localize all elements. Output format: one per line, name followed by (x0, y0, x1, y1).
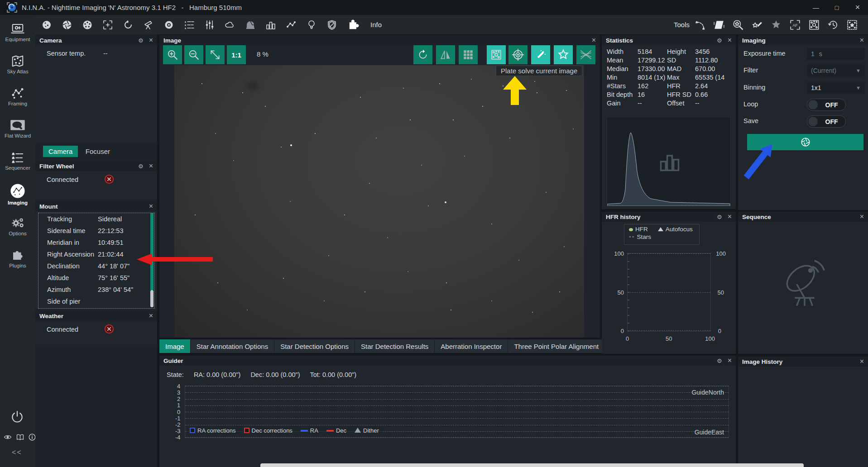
star-search-icon[interactable] (732, 19, 744, 31)
scatter-plot-icon[interactable] (285, 19, 297, 31)
filter-wheel-panel-title: Filter Wheel (39, 163, 74, 170)
filter-wheel-icon[interactable] (82, 19, 93, 31)
info-circle-icon[interactable] (29, 434, 36, 441)
legend-hfr: HFR (635, 226, 648, 233)
crosshair-button[interactable] (508, 45, 528, 64)
close-icon: × (855, 3, 860, 12)
tab-star-detection-results[interactable]: Star Detection Results (355, 339, 435, 353)
dome-icon[interactable] (245, 19, 256, 31)
sidebar-item-plugins[interactable]: Plugins (0, 249, 35, 277)
star-annotation-button[interactable] (487, 45, 506, 64)
sidebar-item-sky-atlas[interactable]: Sky Atlas (0, 55, 35, 83)
star-field-icon[interactable] (846, 19, 858, 31)
hfr-settings-gear-icon[interactable]: ⚙ (717, 214, 722, 220)
bar-chart-icon[interactable] (265, 19, 277, 31)
sidebar-item-sequencer[interactable]: Sequencer (0, 151, 35, 179)
sequence-panel-close-icon[interactable]: × (860, 213, 864, 221)
exposure-time-input[interactable]: 1 s (807, 48, 865, 60)
mount-scrollbar-thumb[interactable] (150, 290, 153, 307)
hfr-chart: 100 50 0 100 50 0 0 50 100 (627, 253, 711, 332)
binning-dropdown[interactable]: 1x1 ▼ (807, 82, 865, 94)
tab-star-annotation-options[interactable]: Star Annotation Options (191, 339, 274, 353)
focuser-icon[interactable] (102, 19, 114, 31)
loop-label: Loop (743, 100, 758, 108)
fit-to-screen-button[interactable] (206, 45, 225, 64)
hfr-y-right-tick: 50 (718, 289, 724, 296)
camera-aperture-icon[interactable] (61, 19, 73, 31)
flat-panel-icon[interactable] (713, 19, 725, 31)
eye-icon[interactable] (4, 434, 12, 440)
switch-sliders-icon[interactable] (204, 19, 216, 31)
manual-book-icon[interactable] (16, 434, 24, 441)
info-label[interactable]: Info (370, 21, 382, 29)
tab-star-detection-options[interactable]: Star Detection Options (274, 339, 355, 353)
collapse-sidebar-button[interactable]: << (12, 448, 22, 457)
guider-panel-close-icon[interactable]: × (728, 357, 732, 365)
rotator-icon[interactable] (122, 19, 134, 31)
maximize-button[interactable]: □ (826, 0, 847, 15)
star-icon[interactable] (770, 19, 782, 31)
flip-horizontal-button[interactable] (436, 45, 455, 64)
star-edit-icon[interactable] (751, 19, 763, 31)
image-history-panel-close-icon[interactable]: × (860, 357, 864, 366)
weather-panel-close-icon[interactable]: × (149, 312, 153, 320)
statistics-panel: Statistics ⚙× Width5184Height3456 Mean17… (602, 35, 736, 209)
sidebar-item-options[interactable]: Options (0, 217, 35, 245)
sidebar-item-framing[interactable]: Framing (0, 87, 35, 115)
telescope-icon[interactable] (143, 19, 154, 31)
close-button[interactable]: × (847, 0, 868, 15)
loop-toggle[interactable]: OFF (807, 99, 846, 111)
zoom-in-button[interactable] (163, 45, 182, 64)
hfr-panel-close-icon[interactable]: × (728, 213, 732, 221)
sidebar-item-flat-wizard[interactable]: Flat Wizard (0, 119, 35, 147)
one-to-one-button[interactable]: 1:1 (227, 45, 246, 64)
mount-panel-close-icon[interactable]: × (149, 202, 153, 210)
zoom-out-button[interactable] (184, 45, 203, 64)
sequence-list-icon[interactable] (183, 19, 195, 31)
minimize-button[interactable]: — (806, 0, 826, 15)
star-trail-icon[interactable] (694, 19, 706, 31)
taskbar-hint[interactable] (260, 463, 804, 467)
star-detection-button[interactable] (554, 45, 573, 64)
tile-view-button[interactable] (459, 45, 478, 64)
tab-three-point-polar-alignment[interactable]: Three Point Polar Alignment (508, 339, 605, 353)
statistics-settings-gear-icon[interactable]: ⚙ (717, 37, 722, 44)
bahtinov-analyzer-button[interactable] (576, 45, 595, 64)
statistics-panel-close-icon[interactable]: × (728, 36, 732, 44)
camera-panel-close-icon[interactable]: × (149, 36, 153, 44)
stat-label: Offset (667, 100, 695, 107)
rotate-image-button[interactable] (413, 45, 432, 64)
hfr-minor-ticks (628, 253, 629, 331)
tab-camera[interactable]: Camera (43, 146, 78, 157)
exposure-time-label: Exposure time (743, 50, 786, 57)
guider-settings-gear-icon[interactable]: ⚙ (717, 357, 722, 364)
camera-settings-gear-icon[interactable]: ⚙ (138, 37, 144, 44)
filter-wheel-panel-close-icon[interactable]: × (149, 162, 153, 170)
captured-image[interactable] (174, 65, 584, 338)
tab-image[interactable]: Image (159, 339, 191, 353)
mount-scrollbar-accent (150, 213, 153, 290)
mount-panel-title: Mount (39, 203, 58, 210)
filter-wheel-settings-gear-icon[interactable]: ⚙ (138, 163, 144, 170)
sidebar-item-equipment[interactable]: Equipment (0, 23, 35, 51)
imaging-panel-close-icon[interactable]: × (860, 36, 864, 44)
moon-icon[interactable] (41, 19, 53, 31)
tab-aberration-inspector[interactable]: Aberration Inspector (435, 339, 508, 353)
tab-focuser[interactable]: Focuser (80, 146, 115, 157)
auto-stretch-button[interactable] (531, 45, 550, 64)
guider-target-icon[interactable] (163, 19, 175, 31)
save-toggle[interactable]: OFF (807, 115, 846, 128)
weather-cloud-icon[interactable] (224, 19, 236, 31)
power-button[interactable] (10, 410, 24, 424)
stat-value: -- (695, 100, 736, 107)
plate-solve-tool-icon[interactable] (808, 19, 820, 31)
disconnected-icon (104, 324, 114, 334)
sidebar-item-imaging[interactable]: Imaging (0, 183, 35, 211)
af-frame-icon[interactable]: AF (789, 19, 801, 31)
image-panel-close-icon[interactable]: × (592, 36, 596, 44)
plugins-info-icon[interactable] (346, 19, 360, 31)
history-clock-icon[interactable] (827, 19, 839, 31)
shield-icon[interactable] (326, 19, 338, 31)
filter-dropdown[interactable]: (Current) ▼ (807, 65, 865, 76)
bulb-icon[interactable] (306, 19, 317, 31)
